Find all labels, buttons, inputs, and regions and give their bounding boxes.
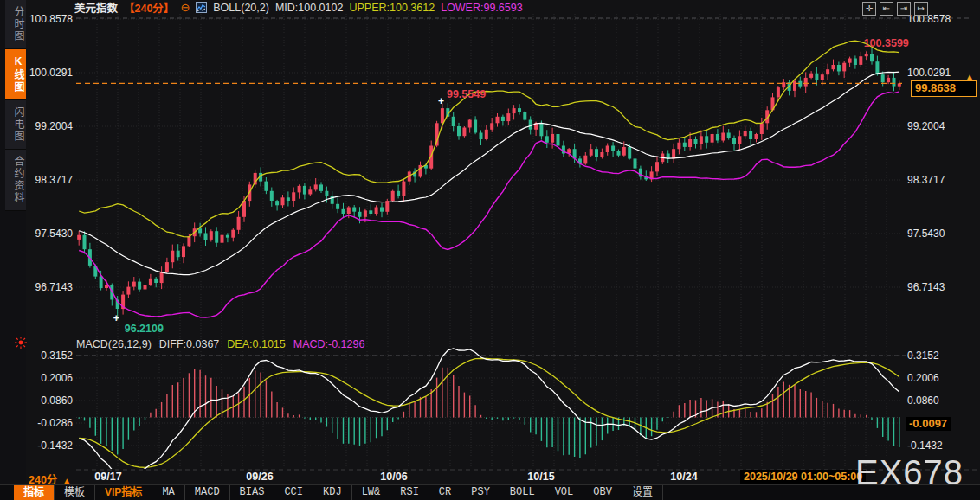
macd-label: MACD(26,12,9) [76,338,152,350]
date-tick: 10/24 [670,471,697,483]
macd-tick-left: 0.0860 [21,394,73,407]
date-tick: 09/26 [246,471,273,483]
macd-tick-left: -0.0286 [21,417,73,429]
price-tick-left: 100.8578 [21,13,73,25]
toolbar-item-模板[interactable]: 模板 [55,485,95,500]
sidebar-tab-分时图[interactable]: 分时图 [5,0,26,49]
sidebar-tab-闪电图[interactable]: 闪电图 [5,100,26,150]
indicator-toolbar: 指标模板VIP指标MAMACDBIASCCIKDJLW&RSICRPSYBOLL… [0,484,980,500]
macd-tick-left: -0.1432 [21,439,73,452]
low-cross-marker: + [113,312,119,324]
toolbar-item-LW&[interactable]: LW& [352,485,391,500]
toolbar-item-BIAS[interactable]: BIAS [230,485,275,500]
date-tick: 09/17 [94,471,121,483]
pan-left-icon[interactable]: ⇤ [880,2,893,16]
boll-lower-value: LOWER:99.6593 [441,2,523,14]
boll-mid-value: MID:100.0102 [275,2,344,14]
high-price-annotation: 100.3599 [864,37,909,49]
low-price-annotation: 96.2109 [125,323,164,335]
toolbar-item-OBV[interactable]: OBV [583,485,622,500]
macd-tick-right: -0.1432 [907,439,959,452]
toolbar-item-CR[interactable]: CR [429,485,461,500]
toolbar-item-VIP指标[interactable]: VIP指标 [95,485,152,500]
macd-tick-right: 0.3152 [907,349,959,362]
current-price-badge: 99.8638 [911,80,977,97]
trading-app: 分时图K线图闪电图合约资料 美元指数 【240分】 ⊖ BOLL(20,2) M… [0,0,980,500]
period-label: 【240分】 [124,0,174,16]
price-tick-right: 96.7143 [907,281,959,293]
macd-tick-right: 0.2006 [907,372,959,384]
pan-right-icon[interactable]: ⇥ [897,2,911,16]
collapse-icon[interactable]: ⊖ [180,3,190,13]
price-tick-right: 100.0291 [907,67,959,79]
macd-hist-value: MACD:-0.1296 [293,338,365,350]
price-tick-right: 99.2004 [907,120,959,132]
sidebar-tab-合约资料[interactable]: 合约资料 [5,150,26,211]
toolbar-item-MA[interactable]: MA [152,485,184,500]
price-tick-left: 100.0291 [21,67,73,79]
high-price-annotation: 99.5549 [447,88,486,100]
macd-dea-value: DEA:0.1015 [227,338,285,350]
boll-label: BOLL(20,2) [213,2,269,14]
macd-tick-left: 0.2006 [21,372,73,384]
current-macd-badge: -0.0097 [906,417,951,431]
date-tick: 10/15 [527,471,554,483]
price-tick-right: 98.3717 [907,174,959,186]
price-tick-right: 97.5430 [907,228,959,240]
toolbar-item-指标[interactable]: 指标 [14,485,55,500]
sidebar-tab-K线图[interactable]: K线图 [5,49,26,100]
toolbar-item-RSI[interactable]: RSI [390,485,429,500]
toolbar-item-MACD[interactable]: MACD [185,485,230,500]
high-cross-marker: + [438,95,444,107]
macd-tick-right: 0.0860 [907,394,959,407]
symbol-name: 美元指数 [74,0,118,16]
price-tick-left: 96.7143 [21,281,73,293]
pan-end-icon[interactable]: ↦ [914,2,928,16]
macd-tick-left: 0.3152 [21,349,73,362]
toolbar-item-PSY[interactable]: PSY [461,485,500,500]
crosshair-icon[interactable]: ✛ [862,2,876,16]
price-up-arrow: ▲ [965,72,974,81]
toolbar-item-BOLL[interactable]: BOLL [500,485,545,500]
sidebar: 分时图K线图闪电图合约资料 [0,0,26,485]
macd-header: MACD(26,12,9) DIFF:0.0367 DEA:0.1015 MAC… [76,338,364,350]
macd-diff-value: DIFF:0.0367 [159,338,219,350]
price-tick-left: 97.5430 [21,228,73,240]
toolbar-item-设置[interactable]: 设置 [622,485,663,500]
toolbar-item-VOL[interactable]: VOL [545,485,584,500]
date-tick: 10/06 [380,471,407,483]
toolbar-item-CCI[interactable]: CCI [274,485,313,500]
toolbar-item-KDJ[interactable]: KDJ [313,485,352,500]
price-tick-left: 98.3717 [21,174,73,186]
chart-control-icons: ✛⇤⇥↦ [862,2,928,16]
mini-chart-icon[interactable] [196,2,207,13]
price-tick-left: 99.2004 [21,120,73,132]
current-bar-datetime: 2025/10/29 01:00~05:00 [740,470,866,484]
boll-upper-value: UPPER:100.3612 [349,2,435,14]
kline-chart-canvas[interactable] [0,0,980,500]
live-blink-icon[interactable] [14,336,28,349]
chart-header: 美元指数 【240分】 ⊖ BOLL(20,2) MID:100.0102 UP… [74,1,523,14]
